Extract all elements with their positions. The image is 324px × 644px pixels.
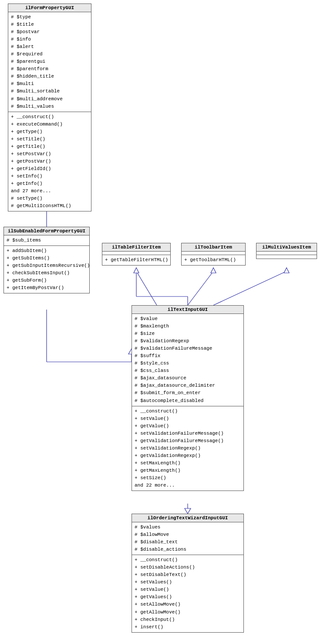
il-sub-enabled-methods: + addSubItem() + getSubItems() + getSubI… [4,246,89,293]
il-form-property-gui-methods: + __construct() + executeCommand() + get… [8,112,91,211]
svg-line-13 [188,271,213,305]
il-multi-values-item-title: ilMultiValuesItem [256,243,317,252]
il-sub-enabled-title: ilSubEnabledFormPropertyGUI [4,227,89,235]
il-form-property-gui-box: ilFormPropertyGUI # $type # $title # $po… [8,3,91,211]
il-table-filter-item-attributes [102,252,170,255]
il-ordering-text-wizard-title: ilOrderingTextWizardInputGUI [132,514,243,522]
il-multi-values-item-methods [256,255,317,259]
svg-marker-14 [211,268,216,273]
il-toolbar-item-title: ilToolbarItem [182,243,245,252]
il-text-input-gui-attributes: # $value # $maxlength # $size # $validat… [132,314,243,406]
il-form-property-gui-title: ilFormPropertyGUI [8,4,91,12]
il-toolbar-item-methods: + getToolbarHTML() [182,255,245,265]
il-ordering-text-wizard-attributes: # $values # $allowMove # $disable_text #… [132,522,243,555]
il-table-filter-item-box: ilTableFilterItem + getTableFilterHTML() [102,243,171,266]
svg-marker-16 [284,268,289,273]
svg-marker-12 [134,268,139,273]
il-multi-values-item-box: ilMultiValuesItem [256,243,317,259]
il-sub-enabled-attributes: # $sub_items [4,235,89,246]
il-text-input-gui-methods: + __construct() + setValue() + getValue(… [132,406,243,491]
il-ordering-text-wizard-box: ilOrderingTextWizardInputGUI # $values #… [132,514,244,633]
il-multi-values-item-attributes [256,252,317,255]
il-toolbar-item-box: ilToolbarItem + getToolbarHTML() [181,243,246,266]
diagram-container: ilFormPropertyGUI # $type # $title # $po… [0,0,324,644]
il-toolbar-item-attributes [182,252,245,255]
il-table-filter-item-title: ilTableFilterItem [102,243,170,252]
svg-line-15 [213,271,287,305]
il-table-filter-item-methods: + getTableFilterHTML() [102,255,170,265]
svg-marker-18 [185,508,191,514]
il-text-input-gui-box: ilTextInputGUI # $value # $maxlength # $… [132,305,244,491]
il-text-input-gui-title: ilTextInputGUI [132,306,243,314]
il-ordering-text-wizard-methods: + __construct() + setDisableActions() + … [132,555,243,632]
il-form-property-gui-attributes: # $type # $title # $postvar # $info # $a… [8,12,91,112]
il-sub-enabled-box: ilSubEnabledFormPropertyGUI # $sub_items… [3,227,90,293]
svg-line-11 [136,271,157,305]
